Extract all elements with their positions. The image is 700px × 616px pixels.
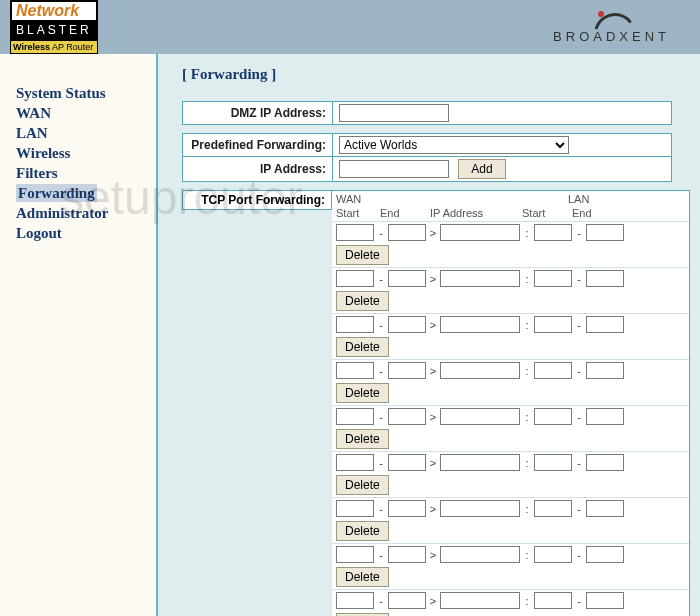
lan-end-input[interactable]: [586, 224, 624, 241]
predef-label: Predefined Forwarding:: [183, 134, 333, 157]
delete-button[interactable]: Delete: [336, 475, 389, 495]
col-end2: End: [572, 207, 612, 219]
ip-label: IP Address:: [183, 157, 333, 182]
tcp-row: ->:-Delete: [332, 359, 689, 405]
wan-start-input[interactable]: [336, 592, 374, 609]
colon-sep: :: [522, 273, 532, 285]
sidebar-item-forwarding[interactable]: Forwarding: [16, 184, 97, 202]
wan-start-input[interactable]: [336, 224, 374, 241]
lan-end-input[interactable]: [586, 270, 624, 287]
delete-button[interactable]: Delete: [336, 521, 389, 541]
wan-end-input[interactable]: [388, 316, 426, 333]
lan-end-input[interactable]: [586, 454, 624, 471]
dash-sep2: -: [574, 549, 584, 561]
colon-sep: :: [522, 549, 532, 561]
ip-address-input[interactable]: [339, 160, 449, 178]
lan-end-input[interactable]: [586, 592, 624, 609]
tcp-header-sub: Start End IP Address Start End: [332, 207, 689, 221]
wan-end-input[interactable]: [388, 546, 426, 563]
dmz-label: DMZ IP Address:: [183, 102, 333, 125]
logo-subtitle: Wireless AP Router: [10, 40, 98, 54]
logo-text-network: Network: [16, 2, 79, 19]
colon-sep: :: [522, 365, 532, 377]
lan-start-input[interactable]: [534, 362, 572, 379]
wan-end-input[interactable]: [388, 270, 426, 287]
sidebar-item-lan[interactable]: LAN: [16, 124, 156, 142]
col-ip: IP Address: [430, 207, 522, 219]
lan-start-input[interactable]: [534, 546, 572, 563]
dash-sep: -: [376, 457, 386, 469]
row-ip-input[interactable]: [440, 454, 520, 471]
wan-start-input[interactable]: [336, 546, 374, 563]
sidebar-item-filters[interactable]: Filters: [16, 164, 156, 182]
wan-end-input[interactable]: [388, 362, 426, 379]
row-ip-input[interactable]: [440, 316, 520, 333]
dmz-ip-input[interactable]: [339, 104, 449, 122]
dash-sep: -: [376, 503, 386, 515]
lan-end-input[interactable]: [586, 408, 624, 425]
gt-sep: >: [428, 319, 438, 331]
delete-button[interactable]: Delete: [336, 383, 389, 403]
delete-button[interactable]: Delete: [336, 567, 389, 587]
delete-button[interactable]: Delete: [336, 429, 389, 449]
sidebar-item-administrator[interactable]: Administrator: [16, 204, 156, 222]
col-start2: Start: [522, 207, 572, 219]
row-ip-input[interactable]: [440, 408, 520, 425]
lan-start-input[interactable]: [534, 592, 572, 609]
tcp-label: TCP Port Forwarding:: [182, 190, 332, 210]
dash-sep2: -: [574, 319, 584, 331]
tcp-row: ->:-Delete: [332, 497, 689, 543]
gt-sep: >: [428, 411, 438, 423]
lan-end-input[interactable]: [586, 316, 624, 333]
row-ip-input[interactable]: [440, 546, 520, 563]
wan-start-input[interactable]: [336, 408, 374, 425]
lan-start-input[interactable]: [534, 500, 572, 517]
sidebar-item-wan[interactable]: WAN: [16, 104, 156, 122]
dash-sep2: -: [574, 227, 584, 239]
wan-end-input[interactable]: [388, 224, 426, 241]
lan-start-input[interactable]: [534, 408, 572, 425]
wan-start-input[interactable]: [336, 270, 374, 287]
logo-text-blaster: BLASTER: [10, 22, 98, 40]
gt-sep: >: [428, 457, 438, 469]
lan-end-input[interactable]: [586, 500, 624, 517]
lan-end-input[interactable]: [586, 362, 624, 379]
row-ip-input[interactable]: [440, 270, 520, 287]
row-ip-input[interactable]: [440, 500, 520, 517]
delete-button[interactable]: Delete: [336, 245, 389, 265]
wan-start-input[interactable]: [336, 454, 374, 471]
tcp-table: WAN LAN Start End IP Address Start End -…: [332, 190, 690, 616]
wan-end-input[interactable]: [388, 454, 426, 471]
colon-sep: :: [522, 503, 532, 515]
tcp-row: ->:-Delete: [332, 405, 689, 451]
gt-sep: >: [428, 503, 438, 515]
delete-button[interactable]: Delete: [336, 291, 389, 311]
wan-end-input[interactable]: [388, 408, 426, 425]
lan-start-input[interactable]: [534, 224, 572, 241]
lan-start-input[interactable]: [534, 316, 572, 333]
wan-end-input[interactable]: [388, 500, 426, 517]
lan-start-input[interactable]: [534, 270, 572, 287]
wan-start-input[interactable]: [336, 362, 374, 379]
row-ip-input[interactable]: [440, 224, 520, 241]
sidebar-item-wireless[interactable]: Wireless: [16, 144, 156, 162]
predef-forwarding-select[interactable]: Active Worlds: [339, 136, 569, 154]
lan-start-input[interactable]: [534, 454, 572, 471]
colon-sep: :: [522, 227, 532, 239]
lan-end-input[interactable]: [586, 546, 624, 563]
row-ip-input[interactable]: [440, 362, 520, 379]
sidebar-item-system-status[interactable]: System Status: [16, 84, 156, 102]
sidebar-item-logout[interactable]: Logout: [16, 224, 156, 242]
tcp-header-top: WAN LAN: [332, 191, 689, 207]
wan-start-input[interactable]: [336, 500, 374, 517]
wan-start-input[interactable]: [336, 316, 374, 333]
delete-button[interactable]: Delete: [336, 337, 389, 357]
wan-header: WAN: [336, 193, 434, 205]
row-ip-input[interactable]: [440, 592, 520, 609]
wan-end-input[interactable]: [388, 592, 426, 609]
add-button[interactable]: Add: [458, 159, 505, 179]
dash-sep2: -: [574, 595, 584, 607]
sidebar-nav: System StatusWANLANWirelessFiltersForwar…: [0, 54, 158, 616]
gt-sep: >: [428, 227, 438, 239]
tcp-row: ->:-Delete: [332, 267, 689, 313]
